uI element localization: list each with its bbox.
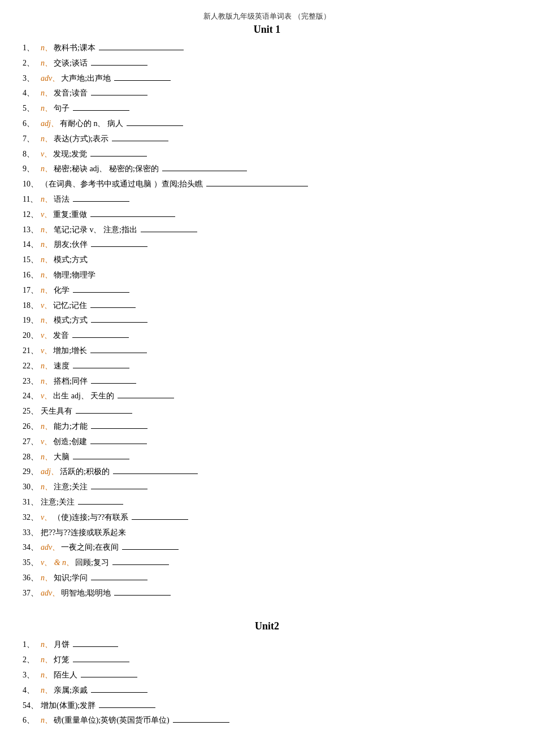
item-pos: n、 bbox=[41, 314, 53, 327]
item-number: 2、 bbox=[23, 653, 41, 667]
item-number: 23、 bbox=[23, 375, 41, 388]
item-meaning: 搭档;同伴 bbox=[54, 375, 88, 388]
item-meaning: 秘密;秘诀 adj、 秘密的;保密的 bbox=[54, 162, 159, 176]
list-item: 23、n、 搭档;同伴 bbox=[23, 375, 511, 388]
item-pos: n、 bbox=[41, 359, 53, 373]
answer-blank bbox=[73, 110, 129, 111]
item-pos: n、 bbox=[41, 223, 53, 237]
item-number: 4、 bbox=[23, 684, 41, 697]
list-item: 6、adj、 有耐心的 n、 病人 bbox=[23, 117, 511, 131]
list-item: 29、adj、 活跃的;积极的 bbox=[23, 465, 511, 479]
list-item: 11、n、 语法 bbox=[23, 193, 511, 206]
page-header: 新人教版九年级英语单词表 （完整版） bbox=[23, 11, 511, 21]
item-meaning: 注意;关注 bbox=[41, 496, 75, 509]
item-number: 7、 bbox=[23, 132, 41, 146]
list-item: 7、n、 表达(方式);表示 bbox=[23, 132, 511, 146]
item-pos: n、 bbox=[41, 253, 53, 267]
answer-blank bbox=[90, 156, 147, 157]
item-meaning: 天生具有 bbox=[41, 405, 72, 418]
item-meaning: （使)连接;与??有联系 bbox=[53, 511, 128, 524]
item-pos: n、 bbox=[41, 638, 53, 651]
answer-blank bbox=[122, 549, 179, 550]
item-number: 17、 bbox=[23, 284, 41, 297]
answer-blank bbox=[91, 95, 147, 95]
item-pos: v、 bbox=[41, 511, 52, 524]
list-item: 17、n、 化学 bbox=[23, 284, 511, 297]
item-number: 22、 bbox=[23, 359, 41, 373]
item-number: 16、 bbox=[23, 268, 41, 282]
item-pos: n、 bbox=[41, 684, 53, 697]
list-item: 3、adv、 大声地;出声地 bbox=[23, 72, 511, 85]
item-pos: adv、 bbox=[41, 541, 60, 554]
item-number: 1、 bbox=[23, 41, 41, 55]
item-number: 1、 bbox=[23, 638, 41, 651]
item-number: 8、 bbox=[23, 147, 41, 161]
item-number: 32、 bbox=[23, 511, 41, 524]
item-number: 21、 bbox=[23, 344, 41, 358]
item-meaning: 发音;读音 bbox=[54, 86, 88, 100]
list-item: 20、v、 发音 bbox=[23, 329, 511, 342]
list-item: 25、天生具有 bbox=[23, 405, 511, 418]
list-item: 4、n、 亲属;亲戚 bbox=[23, 684, 511, 697]
item-number: 54、 bbox=[23, 699, 41, 712]
item-pos: n、 bbox=[41, 450, 53, 464]
list-item: 24、v、出生 adj、 天生的 bbox=[23, 389, 511, 403]
item-pos: n、 bbox=[41, 57, 53, 70]
list-item: 1、n、教科书;课本 bbox=[23, 41, 511, 55]
item-number: 3、 bbox=[23, 72, 41, 85]
item-number: 13、 bbox=[23, 223, 41, 237]
answer-blank bbox=[91, 428, 147, 429]
item-meaning: 增加(体重);发胖 bbox=[41, 699, 95, 712]
answer-blank bbox=[162, 171, 247, 171]
item-number: 3、 bbox=[23, 668, 41, 682]
item-pos: adj、 bbox=[41, 117, 59, 131]
item-pos: v、 bbox=[41, 344, 52, 358]
item-meaning: 注意;关注 bbox=[54, 480, 88, 494]
item-number: 20、 bbox=[23, 329, 41, 342]
item-number: 25、 bbox=[23, 405, 41, 418]
answer-blank bbox=[173, 722, 229, 723]
answer-blank bbox=[91, 65, 147, 66]
item-meaning: 交谈;谈话 bbox=[54, 57, 88, 70]
item-pos: n、 bbox=[41, 420, 53, 433]
item-number: 36、 bbox=[23, 571, 41, 585]
item-pos: n、 bbox=[41, 284, 53, 297]
list-item: 16、n、 物理;物理学 bbox=[23, 268, 511, 282]
item-meaning: 笔记;记录 v、 注意;指出 bbox=[54, 223, 137, 237]
list-item: 32、v、（使)连接;与??有联系 bbox=[23, 511, 511, 524]
list-item: 30、n、 注意;关注 bbox=[23, 480, 511, 494]
item-number: 27、 bbox=[23, 435, 41, 449]
item-meaning: 月饼 bbox=[54, 638, 70, 651]
item-pos: n、 bbox=[41, 193, 53, 206]
item-pos: v、 bbox=[41, 299, 52, 312]
answer-blank bbox=[73, 646, 118, 647]
item-meaning: 把??与??连接或联系起来 bbox=[41, 526, 126, 540]
item-meaning: 物理;物理学 bbox=[54, 268, 95, 282]
answer-blank bbox=[73, 201, 129, 202]
answer-blank bbox=[91, 580, 147, 580]
answer-blank bbox=[91, 322, 147, 323]
item-pos: n、 bbox=[41, 41, 53, 55]
item-number: 9、 bbox=[23, 162, 41, 176]
answer-blank bbox=[72, 337, 129, 338]
item-meaning: 知识;学问 bbox=[54, 571, 88, 585]
item-pos: v、 bbox=[41, 435, 52, 449]
list-item: 3、n、 陌生人 bbox=[23, 668, 511, 682]
answer-blank bbox=[113, 473, 198, 474]
answer-blank bbox=[141, 232, 197, 232]
answer-blank bbox=[90, 444, 147, 444]
item-number: 29、 bbox=[23, 465, 41, 479]
item-meaning: 表达(方式);表示 bbox=[54, 132, 108, 146]
item-number: 4、 bbox=[23, 86, 41, 100]
item-pos: v、 bbox=[41, 147, 52, 161]
answer-blank bbox=[206, 186, 308, 186]
list-item: 21、v、 增加;增长 bbox=[23, 344, 511, 358]
list-item: 5、n、 句子 bbox=[23, 102, 511, 115]
list-item: 13、n、 笔记;记录 v、 注意;指出 bbox=[23, 223, 511, 237]
item-number: 34、 bbox=[23, 541, 41, 554]
list-item: 14、n、 朋友;伙伴 bbox=[23, 238, 511, 251]
item-meaning: 亲属;亲戚 bbox=[54, 684, 88, 697]
item-pos: adv、 bbox=[41, 586, 60, 600]
answer-blank bbox=[99, 50, 184, 50]
item-number: 37、 bbox=[23, 586, 41, 600]
